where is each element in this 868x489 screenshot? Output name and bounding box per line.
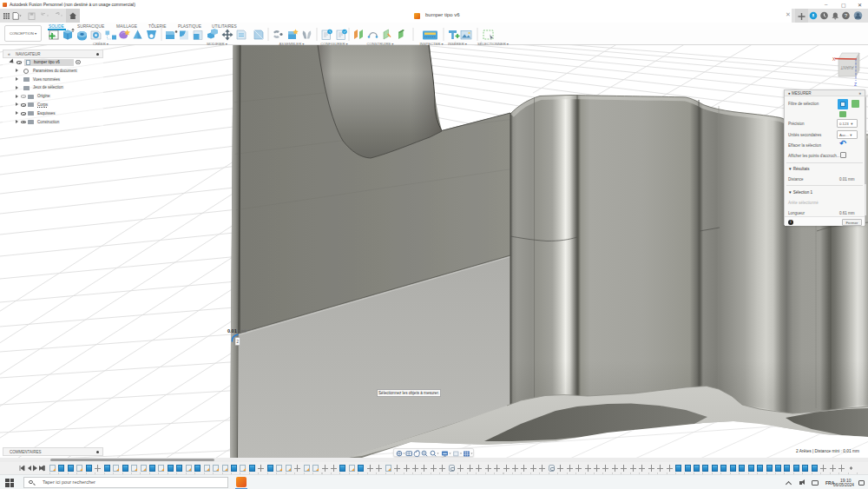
svg-text:AVANT: AVANT xyxy=(840,65,853,69)
svg-text:0.01 mm: 0.01 mm xyxy=(227,328,247,334)
svg-text:Z: Z xyxy=(854,82,857,87)
svg-text:?: ? xyxy=(845,12,848,18)
